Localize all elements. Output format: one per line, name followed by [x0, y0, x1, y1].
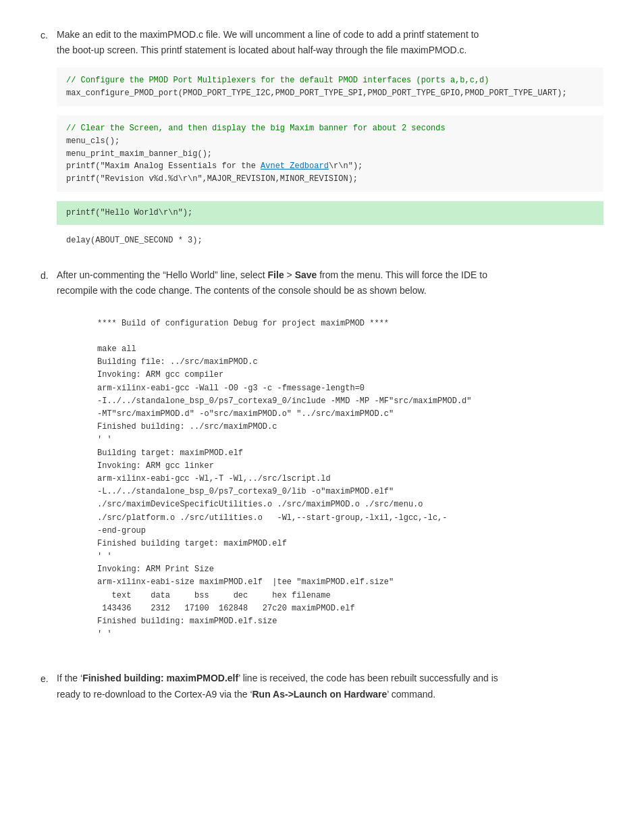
code-printf-1: printf("Maxim Analog Essentials for the … [66, 161, 363, 171]
item-d-label: d. [41, 267, 57, 660]
code-line-2: max_configure_PMOD_port(PMOD_PORT_TYPE_I… [66, 88, 567, 98]
item-d-text: After un-commenting the “Hello World” li… [57, 267, 603, 298]
code-menu-cls: menu_cls(); [66, 136, 119, 146]
item-e-label: e. [41, 671, 57, 702]
code-block-2: // Clear the Screen, and then display th… [57, 115, 603, 192]
code-block-1: // Configure the PMOD Port Multiplexers … [57, 68, 603, 106]
item-c: c. Make an edit to the maximPMOD.c file.… [41, 27, 603, 257]
avnet-link: Avnet Zedboard [261, 161, 329, 171]
item-e-text: If the ‘Finished building: maximPMOD.elf… [57, 671, 603, 702]
item-d-content: After un-commenting the “Hello World” li… [57, 267, 603, 660]
console-output: **** Build of configuration Debug for pr… [57, 308, 603, 651]
item-d: d. After un-commenting the “Hello World”… [41, 267, 603, 660]
code-comment-2: // Clear the Screen, and then display th… [66, 124, 446, 133]
run-as-bold: Run As->Launch on Hardware [252, 689, 387, 700]
code-comment-1: // Configure the PMOD Port Multiplexers … [66, 76, 489, 85]
item-e-content: If the ‘Finished building: maximPMOD.elf… [57, 671, 603, 702]
save-bold: Save [295, 269, 317, 280]
delay-line: delay(ABOUT_ONE_SECOND * 3); [57, 232, 603, 250]
item-c-content: Make an edit to the maximPMOD.c file. We… [57, 27, 603, 257]
item-e: e. If the ‘Finished building: maximPMOD.… [41, 671, 603, 702]
item-c-label: c. [41, 27, 57, 257]
code-menu-print: menu_print_maxim_banner_big(); [66, 149, 212, 159]
item-c-text: Make an edit to the maximPMOD.c file. We… [57, 27, 603, 58]
finished-building-bold: Finished building: maximPMOD.elf [82, 673, 238, 683]
file-bold: File [268, 269, 284, 280]
highlighted-printf: printf("Hello World\r\n"); [57, 201, 603, 225]
code-printf-2: printf("Revision v%d.%d\r\n",MAJOR_REVIS… [66, 174, 358, 184]
